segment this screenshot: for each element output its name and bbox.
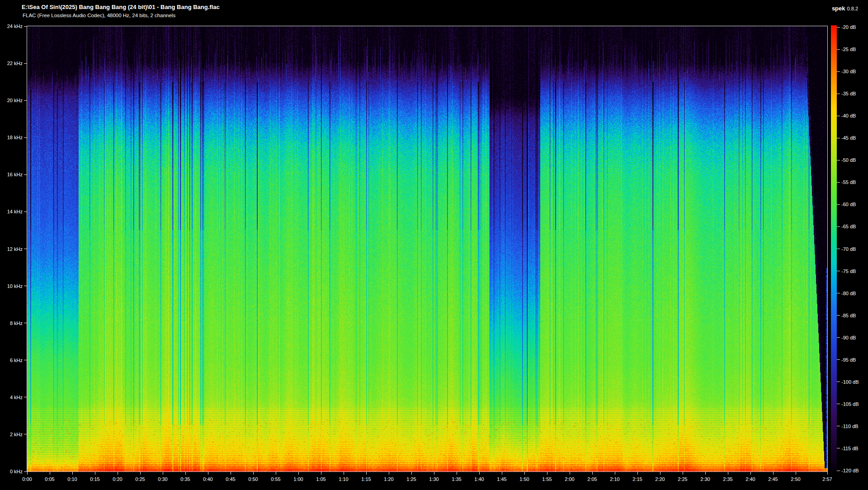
- freq-tick: [24, 249, 27, 249]
- time-tick: [411, 472, 412, 475]
- app-version: 0.8.2: [847, 6, 858, 11]
- time-tick: [366, 472, 367, 475]
- time-axis-label: 1:25: [406, 477, 416, 482]
- time-tick: [479, 472, 480, 475]
- db-tick: [837, 182, 840, 183]
- time-axis-label: 0:40: [203, 477, 212, 482]
- db-tick: [837, 204, 840, 205]
- db-tick: [837, 404, 840, 404]
- freq-tick: [24, 212, 27, 212]
- time-tick: [773, 472, 774, 475]
- freq-axis-label: 8 kHz: [0, 320, 23, 325]
- db-axis-label: -70 dB: [841, 246, 856, 251]
- freq-tick: [24, 174, 27, 175]
- time-tick: [27, 472, 28, 475]
- time-tick: [389, 472, 389, 475]
- db-axis-label: -120 dB: [841, 468, 859, 473]
- time-axis-label: 0:35: [180, 477, 190, 482]
- file-info: FLAC (Free Lossless Audio Codec), 48000 …: [23, 13, 175, 18]
- time-tick: [344, 472, 344, 475]
- db-tick: [837, 426, 840, 426]
- time-axis-label: 2:30: [700, 477, 710, 482]
- time-axis-label: 1:45: [497, 477, 506, 482]
- time-axis-label: 0:30: [158, 477, 167, 482]
- time-axis-label: 2:57: [822, 477, 832, 482]
- db-tick: [837, 27, 840, 28]
- freq-axis-label: 6 kHz: [0, 358, 23, 363]
- db-tick: [837, 337, 840, 338]
- db-tick: [837, 471, 840, 471]
- app-badge: spek0.8.2: [832, 4, 858, 12]
- time-axis-label: 2:15: [632, 477, 642, 482]
- time-tick: [827, 472, 828, 475]
- db-tick: [837, 49, 840, 50]
- db-tick: [837, 293, 840, 293]
- freq-axis-label: 24 kHz: [0, 24, 23, 29]
- db-axis-label: -30 dB: [841, 69, 856, 74]
- time-axis-label: 2:20: [655, 477, 665, 482]
- freq-axis-label: 2 kHz: [0, 432, 23, 437]
- time-tick: [728, 472, 728, 475]
- time-axis-label: 2:05: [587, 477, 597, 482]
- time-tick: [321, 472, 321, 475]
- time-axis-label: 0:00: [22, 477, 32, 482]
- db-tick: [837, 116, 840, 116]
- time-tick: [502, 472, 502, 475]
- time-axis-label: 1:40: [474, 477, 484, 482]
- spek-window: E:\Sea Of Sin\(2025) Bang Bang Bang (24 …: [0, 0, 868, 490]
- freq-axis-label: 14 kHz: [0, 209, 23, 214]
- db-tick: [837, 160, 840, 160]
- time-tick: [750, 472, 751, 475]
- time-axis-label: 1:20: [384, 477, 393, 482]
- plot-border: [27, 26, 828, 472]
- time-tick: [50, 472, 50, 475]
- db-axis-label: -90 dB: [841, 335, 856, 340]
- time-tick: [660, 472, 660, 475]
- time-tick: [637, 472, 638, 475]
- db-colorbar: [831, 25, 837, 471]
- time-axis-label: 0:50: [248, 477, 258, 482]
- db-tick: [837, 249, 840, 249]
- db-axis-label: -25 dB: [841, 47, 856, 52]
- freq-tick: [24, 434, 27, 434]
- time-tick: [705, 472, 706, 475]
- freq-tick: [24, 360, 27, 360]
- time-tick: [683, 472, 683, 475]
- freq-tick: [24, 137, 27, 138]
- db-axis-label: -105 dB: [841, 401, 859, 406]
- db-tick: [837, 448, 840, 448]
- freq-tick: [24, 63, 27, 64]
- db-tick: [837, 315, 840, 316]
- freq-tick: [24, 286, 27, 286]
- db-axis-label: -75 dB: [841, 269, 856, 273]
- db-tick: [837, 226, 840, 227]
- time-axis-label: 2:45: [768, 477, 778, 482]
- db-tick: [837, 382, 840, 382]
- time-tick: [231, 472, 231, 475]
- time-axis-label: 1:55: [542, 477, 552, 482]
- db-axis-label: -80 dB: [841, 291, 856, 296]
- time-axis-label: 2:35: [723, 477, 732, 482]
- db-axis-label: -55 dB: [841, 180, 856, 185]
- db-tick: [837, 138, 840, 138]
- time-tick: [457, 472, 457, 475]
- time-axis-label: 1:00: [293, 477, 303, 482]
- time-tick: [95, 472, 95, 475]
- freq-tick: [24, 26, 27, 27]
- freq-axis-label: 0 kHz: [0, 469, 23, 474]
- time-axis-label: 1:10: [339, 477, 348, 482]
- time-axis-label: 0:25: [135, 477, 145, 482]
- time-axis-label: 0:55: [271, 477, 280, 482]
- db-axis-label: -65 dB: [841, 224, 856, 229]
- freq-tick: [24, 397, 27, 397]
- time-axis-label: 1:50: [519, 477, 529, 482]
- freq-axis-label: 12 kHz: [0, 246, 23, 251]
- db-axis-label: -85 dB: [841, 313, 856, 318]
- time-axis-label: 1:05: [316, 477, 326, 482]
- time-axis-label: 1:15: [361, 477, 371, 482]
- time-tick: [524, 472, 525, 475]
- time-tick: [208, 472, 208, 475]
- time-axis-label: 0:15: [90, 477, 99, 482]
- db-tick: [837, 71, 840, 72]
- freq-tick: [24, 323, 27, 323]
